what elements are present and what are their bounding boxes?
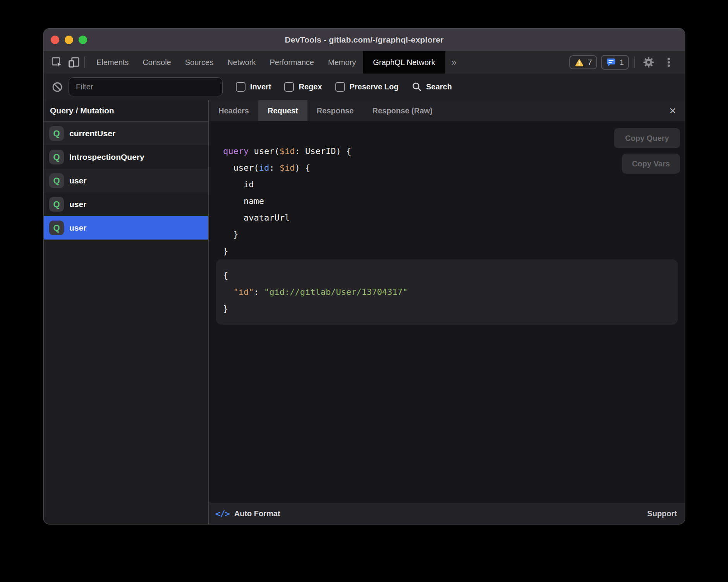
- warning-triangle-icon: [574, 58, 584, 67]
- query-type-badge: Q: [49, 173, 64, 188]
- network-filter-bar: InvertRegexPreserve Log Search: [44, 74, 685, 101]
- query-type-badge: Q: [49, 126, 64, 141]
- tab-performance[interactable]: Performance: [263, 51, 321, 74]
- query-list: QcurrentUserQIntrospectionQueryQuserQuse…: [44, 122, 208, 240]
- device-toolbar-icon[interactable]: [65, 51, 82, 74]
- minimize-window-button[interactable]: [65, 36, 73, 44]
- devtools-window: DevTools - gitlab.com/-/graphql-explorer…: [44, 29, 685, 524]
- query-list-item-user-2[interactable]: Quser: [44, 169, 208, 192]
- preserve-log-checkbox-group[interactable]: Preserve Log: [335, 82, 399, 92]
- query-name: user: [69, 223, 86, 233]
- inspect-element-icon[interactable]: [48, 51, 65, 74]
- query-list-header: Query / Mutation: [44, 100, 208, 122]
- close-window-button[interactable]: [51, 36, 59, 44]
- query-type-badge: Q: [49, 197, 64, 212]
- query-list-item-user-4[interactable]: Quser: [44, 216, 208, 240]
- tab-sources[interactable]: Sources: [178, 51, 220, 74]
- traffic-lights: [51, 29, 87, 51]
- copy-query-button[interactable]: Copy Query: [614, 128, 680, 148]
- detail-tab-response-raw[interactable]: Response (Raw): [363, 100, 442, 121]
- code-line: id: [223, 176, 685, 193]
- query-list-panel: Query / Mutation QcurrentUserQIntrospect…: [44, 100, 209, 524]
- filter-checkboxes: InvertRegexPreserve Log: [223, 82, 398, 92]
- graphql-variables-code: { "id": "gid://gitlab/User/13704317"}: [223, 267, 671, 317]
- titlebar: DevTools - gitlab.com/-/graphql-explorer: [44, 29, 685, 51]
- code-line: {: [223, 267, 671, 284]
- tab-memory[interactable]: Memory: [321, 51, 363, 74]
- invert-checkbox-label: Invert: [250, 82, 271, 91]
- toolbar-divider: [634, 56, 635, 68]
- tab-graphql-network[interactable]: GraphQL Network: [363, 51, 445, 74]
- graphql-query-code: query user($id: UserID) { user(id: $id) …: [223, 143, 685, 259]
- code-line: user(id: $id) {: [223, 159, 685, 176]
- query-type-badge: Q: [49, 221, 64, 235]
- close-detail-icon[interactable]: ×: [669, 105, 676, 116]
- kebab-menu-icon[interactable]: [661, 54, 677, 70]
- query-list-item-currentuser-0[interactable]: QcurrentUser: [44, 122, 208, 145]
- clear-block-icon[interactable]: [52, 81, 63, 93]
- devtools-tabbar: ElementsConsoleSourcesNetworkPerformance…: [44, 51, 685, 74]
- query-name: currentUser: [69, 129, 115, 138]
- query-list-item-user-3[interactable]: Quser: [44, 192, 208, 216]
- regex-checkbox-group[interactable]: Regex: [284, 82, 322, 92]
- auto-format-icon: </>: [215, 509, 230, 519]
- regex-checkbox[interactable]: [284, 82, 294, 92]
- query-name: user: [69, 176, 86, 185]
- tabbar-right-controls: 7 1: [569, 54, 677, 70]
- warning-count: 7: [588, 58, 592, 67]
- filter-input[interactable]: [69, 77, 223, 96]
- code-line: avatarUrl: [223, 209, 685, 226]
- tab-console[interactable]: Console: [136, 51, 178, 74]
- detail-tab-headers[interactable]: Headers: [209, 100, 258, 121]
- invert-checkbox[interactable]: [236, 82, 246, 92]
- invert-checkbox-group[interactable]: Invert: [236, 82, 271, 92]
- tab-network[interactable]: Network: [220, 51, 263, 74]
- issues-badge[interactable]: 1: [601, 55, 629, 70]
- code-line: name: [223, 193, 685, 209]
- panel-tabs: ElementsConsoleSourcesNetworkPerformance…: [89, 51, 445, 74]
- window-title: DevTools - gitlab.com/-/graphql-explorer: [44, 35, 685, 45]
- more-tabs-button[interactable]: »: [445, 51, 463, 74]
- copy-vars-button[interactable]: Copy Vars: [622, 154, 680, 174]
- request-content: Copy Query Copy Vars query user($id: Use…: [209, 121, 685, 503]
- code-line: }: [223, 300, 671, 317]
- auto-format-button[interactable]: Auto Format: [234, 509, 280, 518]
- fullscreen-window-button[interactable]: [79, 36, 87, 44]
- tab-elements[interactable]: Elements: [89, 51, 136, 74]
- code-line: }: [223, 243, 685, 259]
- request-detail-panel: HeadersRequestResponseResponse (Raw)× Co…: [209, 100, 685, 524]
- code-line: }: [223, 226, 685, 243]
- message-bubble-icon: [606, 57, 616, 67]
- toolbar-divider: [84, 56, 85, 68]
- issue-count: 1: [620, 58, 624, 67]
- query-variables-box: { "id": "gid://gitlab/User/13704317"}: [216, 259, 678, 325]
- query-name: user: [69, 200, 86, 209]
- preserve-log-checkbox[interactable]: [335, 82, 345, 92]
- search-icon: [412, 82, 422, 92]
- query-name: IntrospectionQuery: [69, 152, 144, 162]
- preserve-log-checkbox-label: Preserve Log: [350, 82, 399, 91]
- search-label: Search: [426, 82, 452, 91]
- regex-checkbox-label: Regex: [299, 82, 322, 91]
- detail-tab-request[interactable]: Request: [258, 100, 307, 121]
- search-toggle[interactable]: Search: [412, 82, 452, 92]
- code-line: "id": "gid://gitlab/User/13704317": [223, 284, 671, 300]
- main-split: Query / Mutation QcurrentUserQIntrospect…: [44, 100, 685, 524]
- settings-gear-icon[interactable]: [640, 54, 657, 70]
- warnings-badge[interactable]: 7: [569, 55, 597, 69]
- query-list-item-introspectionquery-1[interactable]: QIntrospectionQuery: [44, 145, 208, 169]
- support-link[interactable]: Support: [647, 509, 677, 518]
- detail-footer: </> Auto Format Support: [209, 503, 685, 524]
- query-type-badge: Q: [49, 150, 64, 164]
- detail-tab-response[interactable]: Response: [307, 100, 363, 121]
- detail-tabs: HeadersRequestResponseResponse (Raw)×: [209, 100, 685, 121]
